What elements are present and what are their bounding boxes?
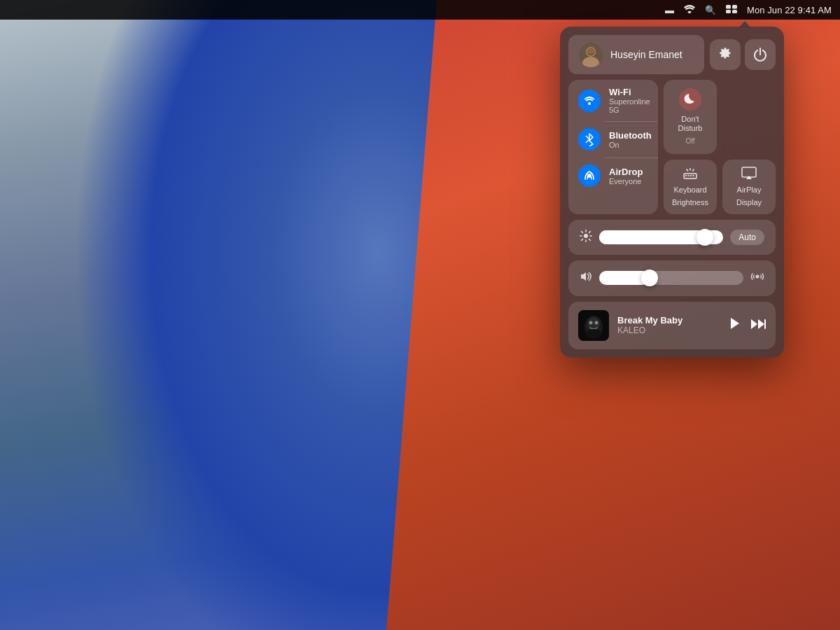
avatar	[578, 42, 603, 67]
dont-disturb-tile[interactable]: Don't Disturb Off	[664, 80, 717, 154]
album-art	[578, 310, 609, 341]
svg-point-28	[756, 274, 760, 278]
user-card[interactable]: Huseyin Emanet	[568, 35, 704, 74]
airplay-display-label-2: Display	[736, 198, 762, 207]
volume-slider-card	[568, 260, 776, 296]
keyboard-brightness-icon	[682, 167, 698, 183]
airplay-display-label-1: AirPlay	[737, 186, 762, 195]
wifi-item[interactable]: Wi-Fi Superonline 5G	[568, 80, 658, 121]
brightness-slider[interactable]	[599, 230, 723, 244]
moon-icon	[679, 88, 701, 111]
svg-rect-18	[742, 167, 756, 177]
airdrop-icon	[578, 164, 601, 187]
svg-rect-2	[726, 10, 731, 13]
wifi-title: Wi-Fi	[609, 87, 650, 97]
connectivity-grid: Wi-Fi Superonline 5G Bluetooth On	[568, 80, 776, 214]
menubar-right: ▬ 🔍 Mon Jun 22 9:41 AM	[665, 5, 832, 15]
airdrop-item[interactable]: AirDrop Everyone	[568, 158, 658, 194]
svg-rect-35	[764, 319, 766, 329]
svg-rect-3	[732, 10, 737, 13]
airplay-audio-button[interactable]	[750, 270, 764, 286]
playback-controls	[729, 317, 766, 333]
track-title: Break My Baby	[617, 315, 721, 326]
album-art-image	[578, 310, 609, 341]
wifi-icon	[578, 90, 601, 112]
fast-forward-button[interactable]	[750, 318, 766, 332]
keyboard-brightness-tile[interactable]: Keyboard Brightness	[664, 160, 717, 214]
user-row: Huseyin Emanet	[568, 35, 776, 74]
system-preferences-button[interactable]	[710, 39, 741, 70]
bluetooth-icon	[578, 128, 601, 150]
connectivity-left: Wi-Fi Superonline 5G Bluetooth On	[568, 80, 658, 214]
menubar-datetime: Mon Jun 22 9:41 AM	[747, 5, 832, 15]
control-center-menubar-icon[interactable]	[726, 5, 737, 15]
keyboard-brightness-label-1: Keyboard	[673, 186, 706, 195]
power-button[interactable]	[745, 39, 776, 70]
dont-disturb-subtitle: Off	[685, 137, 694, 146]
wifi-subtitle: Superonline 5G	[609, 97, 650, 114]
play-button[interactable]	[729, 317, 741, 333]
svg-rect-11	[685, 175, 687, 176]
airplay-display-tile[interactable]: AirPlay Display	[722, 160, 776, 214]
svg-line-24	[582, 231, 583, 232]
bluetooth-subtitle: On	[609, 141, 652, 149]
wifi-menubar-icon	[684, 5, 695, 15]
track-info: Break My Baby KALEO	[617, 315, 721, 335]
svg-line-17	[693, 169, 694, 171]
bluetooth-label: Bluetooth On	[609, 130, 652, 149]
airdrop-subtitle: Everyone	[609, 177, 643, 186]
auto-button[interactable]: Auto	[730, 230, 764, 245]
svg-point-8	[588, 102, 591, 105]
airplay-display-icon	[741, 167, 757, 183]
svg-point-32	[589, 321, 593, 324]
user-name: Huseyin Emanet	[610, 49, 682, 60]
control-center-triangle	[739, 21, 750, 27]
svg-line-27	[582, 239, 583, 240]
menubar: ▬ 🔍 Mon Jun 22 9:41 AM	[0, 0, 840, 20]
dont-disturb-title: Don't Disturb	[669, 115, 711, 133]
svg-rect-13	[690, 175, 692, 176]
connectivity-right: Don't Disturb Off	[664, 80, 776, 214]
svg-point-34	[586, 329, 601, 339]
bluetooth-title: Bluetooth	[609, 130, 652, 141]
search-menubar-icon[interactable]: 🔍	[705, 5, 716, 15]
airdrop-title: AirDrop	[609, 167, 643, 177]
battery-icon: ▬	[665, 5, 674, 15]
now-playing-card: Break My Baby KALEO	[568, 302, 776, 349]
keyboard-brightness-label-2: Brightness	[672, 198, 708, 207]
svg-line-25	[589, 239, 591, 240]
svg-line-16	[687, 169, 688, 171]
svg-rect-1	[732, 5, 737, 9]
svg-point-33	[595, 321, 598, 324]
svg-point-19	[584, 234, 588, 238]
svg-rect-12	[688, 175, 690, 176]
svg-rect-0	[726, 5, 731, 9]
volume-icon	[580, 271, 592, 285]
svg-line-26	[589, 231, 591, 232]
control-center: Huseyin Emanet	[560, 27, 784, 358]
wifi-label: Wi-Fi Superonline 5G	[609, 87, 650, 114]
bluetooth-item[interactable]: Bluetooth On	[568, 121, 658, 158]
user-row-icons	[710, 39, 776, 70]
bottom-tiles: Keyboard Brightness AirPlay Display	[664, 160, 776, 214]
volume-slider[interactable]	[599, 271, 743, 285]
airdrop-label: AirDrop Everyone	[609, 167, 643, 186]
svg-rect-14	[693, 175, 694, 176]
brightness-slider-card: Auto	[568, 220, 776, 255]
track-artist: KALEO	[617, 326, 721, 335]
brightness-icon	[580, 230, 592, 245]
